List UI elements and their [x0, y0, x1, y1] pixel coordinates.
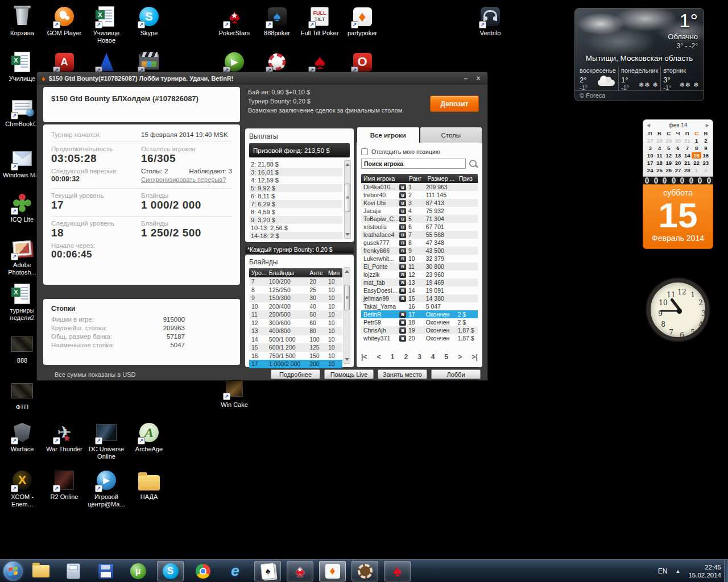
page-number-button[interactable]: 5: [445, 353, 449, 361]
calendar-next-icon[interactable]: ▶: [706, 123, 709, 128]
desktop-icon-recycle-bin[interactable]: Корзина: [0, 5, 44, 37]
desktop-icon-game-center[interactable]: ▶ Игровой центр@Ma...: [84, 468, 129, 508]
search-icon[interactable]: [469, 159, 478, 168]
page-number-button[interactable]: 3: [417, 353, 421, 361]
calendar-day-cell[interactable]: 21: [682, 160, 692, 166]
player-row[interactable]: Petr59 B 18 Окончен 2 $: [361, 318, 478, 326]
tab-all-players[interactable]: Все игроки: [357, 127, 420, 143]
calendar-day-cell[interactable]: 22: [692, 160, 701, 166]
calendar-day-cell[interactable]: 28: [655, 138, 664, 144]
taskbar-chips-button[interactable]: [351, 561, 378, 581]
show-desktop-button[interactable]: [724, 560, 728, 582]
calendar-day-cell[interactable]: 2: [701, 167, 710, 173]
calendar-day-cell[interactable]: 2: [701, 138, 710, 144]
calendar-day-cell[interactable]: 4: [655, 145, 664, 151]
desktop-icon-uchilishche-novoe[interactable]: X Училище Новое: [84, 5, 129, 44]
player-row[interactable]: leathaface4 B 7 55 568: [361, 231, 478, 239]
taskbar-pokerstars-button[interactable]: ♠★: [287, 561, 313, 581]
calendar-day-cell[interactable]: 20: [673, 160, 682, 166]
start-button[interactable]: [3, 562, 23, 581]
player-row[interactable]: EasyDoesI... B 14 19 091: [361, 286, 478, 294]
close-button[interactable]: ×: [474, 74, 483, 82]
desktop-icon-xcom[interactable]: X XCOM - Enem...: [0, 468, 44, 508]
desktop-icon-war-thunder[interactable]: ✈★ War Thunder: [42, 421, 86, 453]
desktop-icon-partypoker[interactable]: ♦ partypoker: [340, 5, 384, 37]
desktop-icon-archeage[interactable]: A ArcheAge: [127, 421, 171, 453]
taskbar-calculator-button[interactable]: [60, 561, 86, 581]
lobby-button[interactable]: Лобби: [431, 369, 481, 379]
taskbar-cards-button[interactable]: ♠: [254, 561, 281, 581]
desktop-icon-full-tilt-poker[interactable]: FULLTILT Full Tilt Poker: [297, 5, 342, 37]
desktop-icon-pokerstars[interactable]: ♠★ PokerStars: [212, 5, 257, 37]
taskbar-explorer-button[interactable]: [27, 561, 54, 581]
blinds-scrollbar[interactable]: [344, 267, 350, 364]
player-row[interactable]: ToBapiw_C... B 5 71 304: [361, 215, 478, 223]
calendar-day-cell[interactable]: 28: [682, 167, 692, 173]
calendar-day-cell[interactable]: 27: [646, 138, 655, 144]
calendar-day-cell[interactable]: 13: [673, 152, 682, 159]
calendar-day-cell[interactable]: 3: [646, 145, 655, 151]
desktop-icon-ventrilo[interactable]: Ventrilo: [468, 5, 512, 37]
deposit-button[interactable]: Депозит: [430, 95, 479, 112]
desktop-icon-r2-online[interactable]: R2 Online: [42, 468, 86, 501]
calendar-day-cell[interactable]: 12: [664, 152, 673, 159]
player-row[interactable]: Lukerwhit... B 10 32 379: [361, 255, 478, 263]
desktop-icon-skype[interactable]: S Skype: [127, 5, 171, 37]
calendar-day-cell[interactable]: 9: [701, 145, 710, 151]
calendar-prev-icon[interactable]: ◀: [647, 123, 650, 128]
payouts-scrollbar[interactable]: [344, 160, 351, 239]
calendar-day-cell[interactable]: 19: [664, 160, 673, 166]
taskbar-skype-button[interactable]: S: [157, 561, 184, 581]
help-live-button[interactable]: Помощь Live: [324, 369, 374, 379]
calendar-day-cell[interactable]: 1: [692, 138, 701, 144]
calendar-day-cell[interactable]: 23: [701, 160, 710, 166]
show-hidden-icons[interactable]: ▲: [676, 568, 681, 574]
desktop-icon-movie-maker-shortcut[interactable]: [127, 50, 171, 74]
player-row[interactable]: El_Ponte B 11 30 800: [361, 263, 478, 271]
player-row[interactable]: Jacaja B 4 75 932: [361, 207, 478, 215]
player-row[interactable]: jeliman99 B 15 14 380: [361, 294, 478, 302]
player-row[interactable]: Takai_Yama 16 5 047: [361, 302, 478, 310]
taskbar-chrome-button[interactable]: [189, 561, 216, 581]
calendar-day-cell[interactable]: 31: [682, 138, 692, 144]
player-row[interactable]: BetinR B 17 Окончен 2 $: [361, 310, 478, 318]
window-titlebar[interactable]: ♦ $150 Gtd Bounty(#107826087) Лобби турн…: [37, 72, 487, 85]
desktop-icon-dc-universe[interactable]: DC Universe Online: [84, 421, 129, 460]
page-last-button[interactable]: >|: [472, 353, 478, 361]
page-number-button[interactable]: 4: [431, 353, 435, 361]
taskbar-ie-button[interactable]: e: [222, 561, 249, 581]
language-indicator[interactable]: EN: [658, 567, 668, 575]
calendar-day-cell[interactable]: 26: [664, 167, 673, 173]
track-position-checkbox[interactable]: [361, 148, 368, 155]
calendar-day-cell[interactable]: 10: [646, 152, 655, 159]
calendar-gadget[interactable]: ◀ фев 14 ▶ ПВСЧПСВ 272829303112345678910…: [643, 119, 713, 249]
calendar-day-cell[interactable]: 16: [701, 152, 710, 159]
desktop-icon-gom-player[interactable]: GOM Player: [42, 5, 86, 37]
desktop-icon-ftp-file[interactable]: ФТП: [0, 379, 44, 411]
calendar-day-cell[interactable]: 11: [655, 152, 664, 159]
tray-clock[interactable]: 22:45 15.02.2014: [688, 563, 721, 579]
calendar-day-cell[interactable]: 7: [682, 145, 692, 151]
player-row[interactable]: lojzzik B 12 23 960: [361, 271, 478, 278]
desktop-icon-warface[interactable]: Warface: [0, 421, 44, 453]
page-prev-button[interactable]: <: [377, 353, 381, 361]
calendar-day-cell[interactable]: 17: [646, 160, 655, 166]
sync-break-link[interactable]: Синхронизировать перерыв?: [141, 176, 232, 183]
calendar-day-cell[interactable]: 27: [673, 167, 682, 173]
calendar-day-cell[interactable]: 6: [673, 145, 682, 151]
page-first-button[interactable]: |<: [361, 353, 367, 361]
calendar-day-cell[interactable]: 18: [655, 160, 664, 166]
player-row[interactable]: xristoulis B 6 67 701: [361, 223, 478, 231]
desktop-icon-pdf-shortcut[interactable]: A: [42, 50, 86, 74]
page-number-button[interactable]: 1: [391, 353, 395, 361]
tab-tables[interactable]: Столы: [420, 127, 483, 143]
player-row[interactable]: frenky666 B 9 43 500: [361, 247, 478, 255]
calendar-day-cell[interactable]: 29: [664, 138, 673, 144]
taskbar-backup-button[interactable]: [92, 561, 119, 581]
player-row[interactable]: trebor40 B 2 111 145: [361, 191, 478, 199]
player-row[interactable]: whitey371 B 20 Окончен 1,87 $: [361, 334, 478, 342]
desktop-icon-candy-shortcut[interactable]: [255, 50, 299, 74]
player-row[interactable]: Oli4ka010... B 1 209 963: [361, 183, 478, 191]
calendar-day-cell[interactable]: 15: [692, 152, 701, 159]
clock-gadget[interactable]: 12 1 2 3 4 5 6 7 8 9 10 11: [647, 278, 709, 341]
